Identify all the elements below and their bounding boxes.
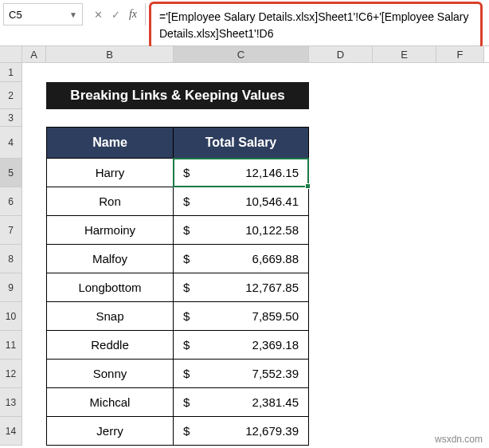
spreadsheet-grid: A B C D E F 1 2 3 4 5 6 7 8 9 10 11 12 1… (0, 46, 489, 446)
cell-salary[interactable]: $ 6,669.88 (174, 245, 309, 273)
formula-bar-buttons: ✕ ✓ fx (86, 3, 146, 26)
table-row: Malfoy $ 6,669.88 (46, 245, 309, 273)
currency-symbol: $ (183, 309, 190, 323)
table-row: Harry $ 12,146.15 (46, 159, 309, 187)
currency-symbol: $ (183, 367, 190, 380)
table-row: Sonny $ 7,552.39 (46, 360, 309, 388)
col-header-F[interactable]: F (436, 46, 484, 62)
name-box[interactable]: C5 ▼ (3, 3, 83, 26)
column-headers: A B C D E F (0, 46, 489, 63)
cell-name[interactable]: Reddle (46, 331, 174, 360)
row-header-1[interactable]: 1 (0, 63, 22, 82)
currency-symbol: $ (183, 395, 190, 409)
select-all-cell[interactable] (0, 46, 22, 62)
col-header-C[interactable]: C (174, 46, 309, 62)
row-header-5[interactable]: 5 (0, 159, 22, 187)
salary-value: 10,122.58 (190, 223, 299, 237)
row-header-14[interactable]: 14 (0, 417, 22, 446)
formula-input[interactable]: ='[Employee Salary Details.xlsx]Sheet1'!… (149, 2, 483, 49)
table-row: Harmoiny $ 10,122.58 (46, 216, 309, 245)
row-header-12[interactable]: 12 (0, 360, 22, 388)
row-header-7[interactable]: 7 (0, 216, 22, 245)
cell-name[interactable]: Michcal (46, 388, 174, 417)
col-header-B[interactable]: B (46, 46, 174, 62)
row-header-6[interactable]: 6 (0, 187, 22, 216)
sheet-area[interactable]: Breaking Links & Keeping Values Name Tot… (22, 63, 489, 446)
currency-symbol: $ (183, 195, 190, 208)
col-header-E[interactable]: E (373, 46, 436, 62)
currency-symbol: $ (183, 281, 190, 294)
table-row: Reddle $ 2,369.18 (46, 331, 309, 360)
table-row: Jerry $ 12,679.39 (46, 417, 309, 446)
cell-salary[interactable]: $ 10,546.41 (174, 187, 309, 216)
currency-symbol: $ (183, 166, 190, 179)
chevron-down-icon[interactable]: ▼ (69, 10, 77, 19)
salary-value: 10,546.41 (190, 195, 299, 208)
salary-value: 6,669.88 (190, 252, 299, 265)
fx-icon[interactable]: fx (124, 6, 142, 23)
salary-value: 12,679.39 (190, 424, 299, 438)
row-header-13[interactable]: 13 (0, 388, 22, 417)
salary-value: 12,767.85 (190, 281, 299, 294)
cell-name[interactable]: Sonny (46, 360, 174, 388)
name-box-value: C5 (9, 9, 69, 21)
row-headers: 1 2 3 4 5 6 7 8 9 10 11 12 13 14 (0, 63, 22, 446)
row-header-3[interactable]: 3 (0, 109, 22, 127)
col-header-D[interactable]: D (309, 46, 373, 62)
row-header-11[interactable]: 11 (0, 331, 22, 360)
salary-value: 2,381.45 (190, 395, 299, 409)
cell-name[interactable]: Longbottom (46, 273, 174, 302)
cell-salary[interactable]: $ 2,369.18 (174, 331, 309, 360)
table-row: Longbottom $ 12,767.85 (46, 273, 309, 302)
grid-body: 1 2 3 4 5 6 7 8 9 10 11 12 13 14 Breakin… (0, 63, 489, 446)
header-name[interactable]: Name (46, 127, 174, 159)
currency-symbol: $ (183, 424, 190, 438)
table-row: Ron $ 10,546.41 (46, 187, 309, 216)
cell-salary[interactable]: $ 12,679.39 (174, 417, 309, 446)
cell-salary[interactable]: $ 12,146.15 (174, 159, 309, 187)
table-row: Snap $ 7,859.50 (46, 302, 309, 331)
currency-symbol: $ (183, 223, 190, 237)
cell-salary[interactable]: $ 2,381.45 (174, 388, 309, 417)
enter-icon[interactable]: ✓ (107, 6, 124, 23)
row-header-4[interactable]: 4 (0, 127, 22, 159)
formula-bar: C5 ▼ ✕ ✓ fx ='[Employee Salary Details.x… (0, 0, 489, 46)
salary-value: 12,146.15 (190, 166, 299, 179)
currency-symbol: $ (183, 338, 190, 352)
cell-name[interactable]: Snap (46, 302, 174, 331)
header-salary[interactable]: Total Salary (174, 127, 309, 159)
salary-value: 7,859.50 (190, 309, 299, 323)
row-header-9[interactable]: 9 (0, 273, 22, 302)
cell-salary[interactable]: $ 12,767.85 (174, 273, 309, 302)
row-header-2[interactable]: 2 (0, 82, 22, 109)
row-header-10[interactable]: 10 (0, 302, 22, 331)
cell-name[interactable]: Malfoy (46, 245, 174, 273)
cancel-icon[interactable]: ✕ (89, 6, 107, 23)
cell-salary[interactable]: $ 10,122.58 (174, 216, 309, 245)
currency-symbol: $ (183, 252, 190, 265)
cell-name[interactable]: Harry (46, 159, 174, 187)
row-header-8[interactable]: 8 (0, 245, 22, 273)
cell-salary[interactable]: $ 7,859.50 (174, 302, 309, 331)
col-header-A[interactable]: A (22, 46, 46, 62)
salary-value: 2,369.18 (190, 338, 299, 352)
table-row: Michcal $ 2,381.45 (46, 388, 309, 417)
watermark: wsxdn.com (435, 434, 483, 445)
cell-name[interactable]: Jerry (46, 417, 174, 446)
page-title: Breaking Links & Keeping Values (46, 82, 309, 109)
cell-name[interactable]: Ron (46, 187, 174, 216)
table-header-row: Name Total Salary (46, 127, 309, 159)
cell-name[interactable]: Harmoiny (46, 216, 174, 245)
salary-value: 7,552.39 (190, 367, 299, 380)
cell-salary[interactable]: $ 7,552.39 (174, 360, 309, 388)
